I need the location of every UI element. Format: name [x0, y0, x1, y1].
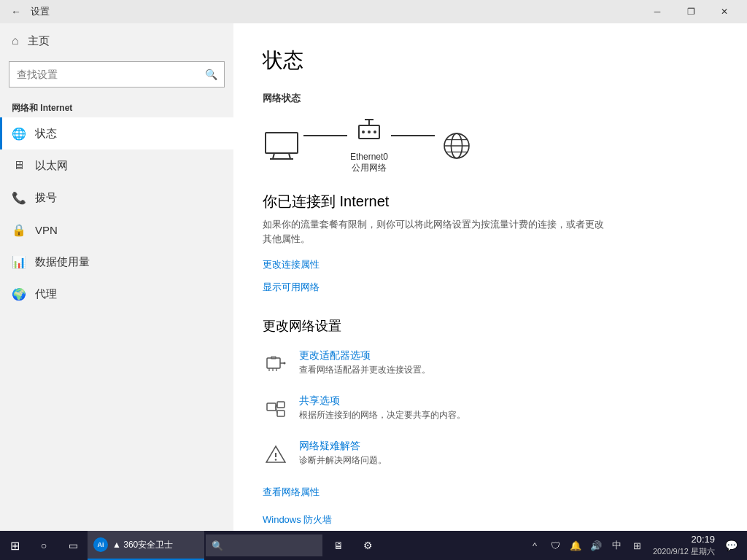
- dialup-icon: 📞: [12, 191, 26, 205]
- sidebar: ⌂ 主页 🔍 网络和 Internet 🌐 状态 🖥 以太网 📞 拨号 🔒 VP…: [0, 23, 233, 531]
- start-icon: ⊞: [10, 539, 20, 553]
- page-title: 状态: [263, 47, 718, 74]
- change-network-settings-title: 更改网络设置: [263, 317, 718, 335]
- ethernet-label: Ethernet0 公用网络: [350, 152, 388, 174]
- back-button[interactable]: ←: [6, 1, 26, 22]
- sidebar-item-data-usage[interactable]: 📊 数据使用量: [0, 246, 233, 278]
- sharing-desc: 根据所连接到的网络，决定要共享的内容。: [299, 409, 465, 421]
- tray-expand-icon[interactable]: ^: [525, 531, 545, 560]
- connected-desc: 如果你的流量套餐有限制，则你可以将此网络设置为按流量计费的连接，或者更改其他属性…: [263, 217, 613, 246]
- taskbar-settings-icon[interactable]: ⚙: [353, 531, 382, 560]
- app-360-icon: Ai: [93, 537, 108, 552]
- search-input[interactable]: [9, 61, 225, 88]
- tray-shield-icon[interactable]: 🛡: [545, 531, 565, 560]
- clock-date: 2020/9/12 星期六: [653, 546, 715, 556]
- taskbar: ⊞ ○ ▭ Ai ▲ 360安全卫士 🔍 🖥 ⚙ ^ 🛡 🔔 🔊 中 ⊞ 20:…: [0, 531, 747, 560]
- globe-icon: [438, 130, 476, 162]
- minimize-button[interactable]: ─: [640, 0, 674, 23]
- search-circle-icon: ○: [41, 540, 47, 551]
- sidebar-home-label: 主页: [28, 34, 50, 48]
- sharing-icon: [263, 396, 289, 422]
- svg-rect-25: [277, 411, 285, 416]
- router-icon: Ethernet0 公用网络: [350, 117, 388, 174]
- tray-volume-icon[interactable]: 🔊: [586, 531, 606, 560]
- troubleshoot-setting: 网络疑难解答 诊断并解决网络问题。: [263, 440, 718, 467]
- task-view-icon: ▭: [69, 540, 78, 551]
- show-networks-link[interactable]: 显示可用网络: [263, 281, 320, 294]
- network-diagram: Ethernet0 公用网络: [263, 117, 718, 174]
- vpn-icon: 🔒: [12, 223, 26, 237]
- home-icon: ⌂: [12, 34, 19, 47]
- sharing-text: 共享选项 根据所连接到的网络，决定要共享的内容。: [299, 394, 465, 421]
- titlebar-title: 设置: [31, 5, 50, 18]
- adapter-desc: 查看网络适配器并更改连接设置。: [299, 364, 430, 376]
- taskbar-app-360[interactable]: Ai ▲ 360安全卫士: [88, 531, 204, 560]
- tray-clock[interactable]: 20:19 2020/9/12 星期六: [647, 531, 721, 560]
- main-area: ⌂ 主页 🔍 网络和 Internet 🌐 状态 🖥 以太网 📞 拨号 🔒 VP…: [0, 23, 747, 531]
- taskbar-network-icon[interactable]: 🖥: [324, 531, 353, 560]
- svg-point-30: [275, 459, 276, 460]
- svg-rect-24: [277, 402, 285, 408]
- tray-ime-icon[interactable]: 中: [606, 531, 627, 560]
- sidebar-search-container: 🔍: [9, 61, 225, 88]
- sidebar-item-status[interactable]: 🌐 状态: [0, 117, 233, 149]
- svg-point-10: [374, 131, 376, 133]
- taskbar-search-icon: 🔍: [212, 540, 223, 551]
- taskbar-app-label: ▲ 360安全卫士: [112, 539, 173, 551]
- restore-button[interactable]: ❐: [674, 0, 708, 23]
- troubleshoot-text: 网络疑难解答 诊断并解决网络问题。: [299, 440, 387, 467]
- tray-bell-icon[interactable]: 🔔: [565, 531, 586, 560]
- change-properties-link[interactable]: 更改连接属性: [263, 258, 320, 271]
- pc-icon: [263, 130, 301, 162]
- connected-title: 你已连接到 Internet: [263, 192, 718, 211]
- system-tray: ^ 🛡 🔔 🔊 中 ⊞ 20:19 2020/9/12 星期六 💬: [525, 531, 747, 560]
- svg-rect-0: [266, 133, 298, 153]
- data-icon: 📊: [12, 255, 26, 269]
- start-button[interactable]: ⊞: [0, 531, 29, 560]
- svg-point-8: [362, 131, 365, 133]
- svg-rect-16: [267, 358, 280, 368]
- troubleshoot-icon: [263, 441, 289, 467]
- svg-line-2: [289, 153, 290, 159]
- task-view-button[interactable]: ▭: [58, 531, 88, 560]
- proxy-icon: 🌍: [12, 287, 26, 301]
- content-area: 状态 网络状态: [233, 23, 747, 531]
- notification-button[interactable]: 💬: [721, 531, 741, 560]
- sharing-setting: 共享选项 根据所连接到的网络，决定要共享的内容。: [263, 394, 718, 422]
- network-props-link[interactable]: 查看网络属性: [263, 486, 320, 499]
- search-icon: 🔍: [205, 69, 217, 80]
- taskbar-search-box[interactable]: 🔍: [206, 534, 322, 556]
- network-tray-icon: 🖥: [333, 540, 344, 551]
- svg-point-19: [284, 362, 286, 365]
- troubleshoot-title[interactable]: 网络疑难解答: [299, 440, 387, 453]
- tray-grid-icon[interactable]: ⊞: [627, 531, 647, 560]
- sidebar-item-dialup[interactable]: 📞 拨号: [0, 182, 233, 214]
- sidebar-item-ethernet[interactable]: 🖥 以太网: [0, 149, 233, 182]
- sidebar-section-title: 网络和 Internet: [0, 96, 233, 117]
- line2: [391, 135, 435, 136]
- svg-rect-23: [267, 403, 276, 411]
- adapter-text: 更改适配器选项 查看网络适配器并更改连接设置。: [299, 349, 430, 376]
- clock-time: 20:19: [691, 534, 715, 546]
- adapter-icon: [263, 351, 289, 377]
- titlebar: ← 设置 ─ ❐ ✕: [0, 0, 747, 23]
- sharing-title[interactable]: 共享选项: [299, 394, 465, 408]
- search-button[interactable]: ○: [29, 531, 58, 560]
- firewall-link[interactable]: Windows 防火墙: [263, 513, 332, 526]
- close-button[interactable]: ✕: [708, 0, 741, 23]
- adapter-setting: 更改适配器选项 查看网络适配器并更改连接设置。: [263, 349, 718, 377]
- status-icon: 🌐: [12, 127, 26, 141]
- troubleshoot-desc: 诊断并解决网络问题。: [299, 454, 387, 467]
- line1: [303, 135, 347, 136]
- adapter-title[interactable]: 更改适配器选项: [299, 349, 430, 362]
- window-controls: ─ ❐ ✕: [640, 0, 741, 23]
- svg-line-1: [273, 153, 274, 159]
- settings-icon: ⚙: [363, 540, 373, 551]
- sidebar-item-vpn[interactable]: 🔒 VPN: [0, 214, 233, 246]
- network-status-title: 网络状态: [263, 92, 718, 105]
- svg-point-9: [368, 131, 371, 133]
- sidebar-home[interactable]: ⌂ 主页: [0, 23, 233, 58]
- ethernet-icon: 🖥: [12, 159, 26, 172]
- sidebar-item-proxy[interactable]: 🌍 代理: [0, 278, 233, 310]
